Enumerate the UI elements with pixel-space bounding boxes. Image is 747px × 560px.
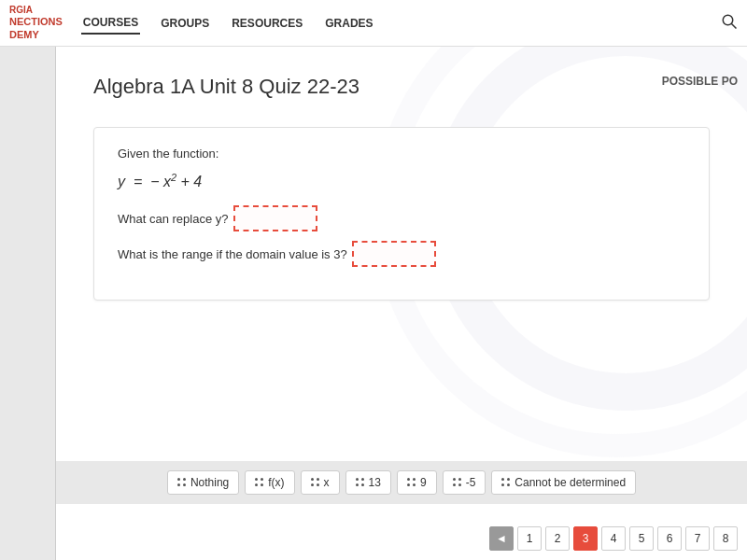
given-text: Given the function:	[118, 147, 685, 161]
quiz-title: Algebra 1A Unit 8 Quiz 22-23	[93, 75, 710, 99]
question2-text: What is the range if the domain value is…	[118, 247, 347, 261]
pagination-page-1[interactable]: 1	[517, 526, 542, 551]
answer-chip-13[interactable]: 13	[345, 470, 391, 495]
pagination-page-2[interactable]: 2	[545, 526, 570, 551]
chip-dots-icon	[407, 478, 416, 487]
question-card: Given the function: y = − x2 + 4 What ca…	[93, 127, 710, 301]
chip-label-13: 13	[369, 476, 381, 489]
quiz-container: Algebra 1A Unit 8 Quiz 22-23 POSSIBLE PO…	[56, 47, 747, 338]
question-row-1: What can replace y?	[118, 205, 685, 231]
chip-label-fx: f(x)	[268, 476, 284, 489]
brand-line1: RGIA	[9, 5, 63, 16]
svg-line-1	[731, 23, 736, 28]
chip-label-9: 9	[420, 476, 427, 489]
navbar: RGIA NECTIONS DEMY COURSES GROUPS RESOUR…	[0, 0, 747, 47]
answer-chip-9[interactable]: 9	[397, 470, 437, 495]
chip-label-nothing: Nothing	[190, 476, 229, 489]
chip-label-neg5: -5	[466, 476, 476, 489]
answer-chip-neg5[interactable]: -5	[443, 470, 486, 495]
equation: y = − x2 + 4	[118, 172, 685, 190]
answer-chip-cannot[interactable]: Cannot be determined	[491, 470, 636, 495]
nav-link-courses[interactable]: COURSES	[81, 12, 140, 35]
brand-line2: NECTIONS	[9, 16, 63, 28]
chip-dots-icon	[501, 478, 511, 487]
pagination-prev[interactable]: ◄	[489, 526, 514, 551]
chip-dots-icon	[177, 478, 187, 487]
answer-chip-x[interactable]: x	[301, 470, 340, 495]
search-icon	[721, 13, 738, 30]
nav-link-groups[interactable]: GROUPS	[159, 13, 211, 34]
answer-choices-bar: Nothing f(x) x	[56, 461, 747, 504]
answer-box-2[interactable]	[352, 241, 436, 267]
pagination-page-4[interactable]: 4	[601, 526, 626, 551]
chip-dots-icon	[255, 478, 264, 487]
content-area: Algebra 1A Unit 8 Quiz 22-23 POSSIBLE PO…	[56, 47, 747, 560]
answer-box-1[interactable]	[233, 205, 317, 231]
answer-chip-fx[interactable]: f(x)	[245, 470, 294, 495]
question1-text: What can replace y?	[118, 212, 229, 226]
nav-brand: RGIA NECTIONS DEMY	[9, 5, 63, 40]
main-content: Algebra 1A Unit 8 Quiz 22-23 POSSIBLE PO…	[0, 47, 747, 560]
pagination-page-8[interactable]: 8	[713, 526, 738, 551]
chip-label-cannot: Cannot be determined	[514, 476, 626, 489]
pagination-page-6[interactable]: 6	[657, 526, 682, 551]
pagination: ◄ 1 2 3 4 5 6 7 8	[489, 526, 738, 551]
possible-points-label: POSSIBLE PO	[662, 75, 738, 88]
nav-link-grades[interactable]: GRADES	[323, 13, 374, 34]
answer-chip-nothing[interactable]: Nothing	[167, 470, 239, 495]
pagination-page-3[interactable]: 3	[573, 526, 598, 551]
svg-point-0	[723, 15, 733, 25]
brand-line3: DEMY	[9, 29, 63, 41]
chip-dots-icon	[311, 478, 320, 487]
nav-search[interactable]	[721, 13, 738, 34]
chip-dots-icon	[356, 478, 365, 487]
nav-links: COURSES GROUPS RESOURCES GRADES	[81, 12, 721, 35]
chip-label-x: x	[324, 476, 330, 489]
pagination-page-5[interactable]: 5	[629, 526, 654, 551]
chip-dots-icon	[453, 478, 462, 487]
sidebar	[0, 47, 56, 560]
question-row-2: What is the range if the domain value is…	[118, 241, 685, 267]
pagination-page-7[interactable]: 7	[685, 526, 710, 551]
nav-link-resources[interactable]: RESOURCES	[230, 13, 304, 34]
